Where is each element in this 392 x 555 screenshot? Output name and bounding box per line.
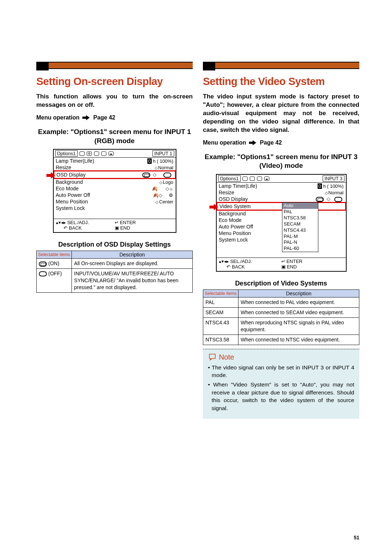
table-row: SECAMWhen connected to SECAM video equip… bbox=[203, 307, 359, 317]
menu-op-page: Page 42 bbox=[260, 139, 282, 146]
tab-icon bbox=[242, 177, 248, 181]
th-description: Description bbox=[238, 290, 359, 297]
list-item: Auto bbox=[282, 203, 318, 209]
list-item: PAL-M bbox=[282, 234, 318, 240]
osd-row: Eco Mode🍂 ◇☼ bbox=[54, 185, 176, 192]
video-system-dropdown: Auto PAL NTSC3.58 SECAM NTSC4.43 PAL-M P… bbox=[282, 202, 318, 252]
list-item: PAL-N bbox=[282, 239, 318, 246]
osd-footer: ▴▾◂▸ SEL./ADJ. ↵ ENTER ↶ BACK ▣ END bbox=[54, 219, 176, 232]
osd-row-selected: OSD Display ◇ bbox=[53, 170, 176, 179]
tab-icon: ☁ bbox=[109, 151, 114, 156]
osd-off-icon bbox=[334, 197, 342, 202]
menu-operation-left: Menu operation Page 42 bbox=[36, 114, 193, 121]
desc-heading-left: Description of OSD Display Settings bbox=[36, 241, 193, 248]
th-description: Description bbox=[72, 251, 193, 259]
example-heading-left: Example: "Options1" screen menu for INPU… bbox=[36, 127, 193, 145]
list-item: SECAM bbox=[282, 221, 318, 227]
tab-icon bbox=[250, 177, 255, 181]
lead-osd: This function allows you to turn the on-… bbox=[36, 93, 193, 109]
video-systems-table: Selectable items Description PALWhen con… bbox=[203, 289, 359, 345]
osd-title: Options1 bbox=[218, 175, 241, 182]
table-row: PALWhen connected to PAL video equipment… bbox=[203, 297, 359, 308]
left-column: Setting On-screen Display This function … bbox=[36, 62, 193, 419]
osd-row: Background◇Logo bbox=[54, 179, 176, 185]
red-pointer-icon bbox=[46, 172, 57, 179]
tab-icon: ☁ bbox=[264, 177, 269, 181]
osd-on-icon bbox=[142, 173, 150, 178]
osd-off-icon bbox=[163, 173, 171, 178]
table-row: NTSC3.58When connected to NTSC video equ… bbox=[203, 335, 359, 345]
page-number: 51 bbox=[354, 535, 359, 540]
right-column: Setting the Video System The video input… bbox=[203, 62, 359, 419]
arrow-right-icon bbox=[249, 140, 257, 145]
list-item: NTSC3.58 bbox=[282, 215, 318, 221]
note-item: The video signal can only be set in INPU… bbox=[208, 364, 354, 379]
osd-row: System Lock bbox=[54, 205, 176, 211]
osd-row: Eco Mode bbox=[217, 217, 346, 223]
menu-op-page: Page 42 bbox=[93, 114, 115, 121]
osd-screenshot-right: Options1 ☁ INPUT 3 Lamp Timer(Life) 0 h … bbox=[216, 174, 347, 272]
note-box: Note The video signal can only be set in… bbox=[203, 349, 359, 419]
section-bar bbox=[36, 62, 193, 69]
tab-icon bbox=[94, 151, 99, 156]
osd-row: Background bbox=[217, 210, 346, 217]
osd-on-icon bbox=[316, 197, 324, 202]
osd-row: Resize◇Normal bbox=[217, 189, 346, 196]
osd-on-icon bbox=[39, 262, 47, 267]
osd-input: INPUT 1 bbox=[152, 150, 174, 157]
desc-heading-right: Description of Video Systems bbox=[203, 280, 359, 287]
osd-header: Options1 ⚙ ☁ INPUT 1 bbox=[54, 150, 176, 158]
arrow-right-icon bbox=[82, 115, 90, 120]
th-selectable: Selectable items bbox=[37, 251, 72, 259]
note-icon bbox=[208, 353, 217, 361]
heading-video: Setting the Video System bbox=[203, 76, 359, 88]
osd-settings-table: Selectable items Description (ON) All On… bbox=[36, 251, 193, 293]
osd-footer: ▴▾◂▸ SEL./ADJ. ↵ ENTER ↶ BACK ▣ END bbox=[217, 258, 346, 271]
lead-video: The video input system mode is factory p… bbox=[203, 93, 359, 134]
menu-op-label: Menu operation bbox=[203, 139, 246, 146]
osd-row-lamp: Lamp Timer(Life) 0 h ( 100%) bbox=[54, 158, 176, 164]
heading-osd: Setting On-screen Display bbox=[36, 76, 193, 88]
osd-row: Auto Power Off bbox=[217, 223, 346, 230]
osd-row: OSD Display ◇ bbox=[217, 196, 346, 202]
osd-row: Menu Position◇Center bbox=[54, 198, 176, 205]
th-selectable: Selectable items bbox=[203, 290, 238, 297]
table-row: NTSC4.43When reproducing NTSC signals in… bbox=[203, 317, 359, 335]
section-bar bbox=[203, 62, 359, 69]
tab-icon: ⚙ bbox=[87, 151, 92, 156]
tab-icon bbox=[257, 177, 262, 181]
note-heading: Note bbox=[208, 353, 354, 361]
osd-row: System Lock bbox=[217, 236, 346, 243]
osd-row-selected: Video System bbox=[216, 202, 346, 211]
menu-op-label: Menu operation bbox=[36, 114, 79, 121]
table-row: (ON) All On-screen Displays are displaye… bbox=[37, 259, 193, 269]
osd-off-icon bbox=[39, 271, 47, 276]
osd-row: Menu Position bbox=[217, 230, 346, 236]
osd-row-lamp: Lamp Timer(Life) 0 h ( 100%) bbox=[217, 183, 346, 189]
osd-input: INPUT 3 bbox=[323, 175, 344, 182]
list-item: NTSC4.43 bbox=[282, 227, 318, 234]
menu-operation-right: Menu operation Page 42 bbox=[203, 139, 359, 146]
list-item: PAL bbox=[282, 209, 318, 215]
table-row: (OFF) INPUT/VOLUME/AV MUTE/FREEZE/ AUTO … bbox=[37, 269, 193, 293]
osd-row: Resize ◇Normal bbox=[54, 164, 176, 171]
tab-icon bbox=[79, 151, 85, 156]
osd-header: Options1 ☁ INPUT 3 bbox=[217, 175, 346, 183]
osd-screenshot-left: Options1 ⚙ ☁ INPUT 1 Lamp Timer(Life) 0 … bbox=[53, 149, 176, 233]
list-item: PAL-60 bbox=[282, 246, 318, 252]
example-heading-right: Example: "Options1" screen menu for INPU… bbox=[203, 153, 359, 170]
osd-row: Auto Power Off🍂◇ ⚙ bbox=[54, 192, 176, 198]
osd-title: Options1 bbox=[55, 150, 78, 157]
note-item: When "Video System" is set to "Auto", yo… bbox=[208, 381, 354, 412]
tab-icon bbox=[101, 151, 106, 156]
